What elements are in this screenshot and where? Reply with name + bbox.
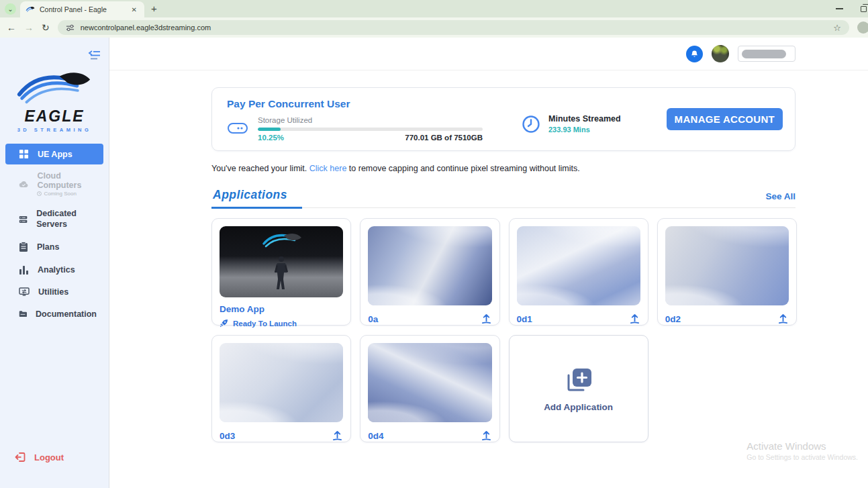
reload-button[interactable]: ↻ <box>42 22 50 33</box>
brand-name: EAGLE <box>13 107 97 126</box>
new-tab-button[interactable]: + <box>151 3 157 14</box>
logout-label: Logout <box>34 452 64 462</box>
app-card-demo[interactable]: Demo App Ready To Launch <box>211 218 351 326</box>
upload-icon[interactable] <box>777 313 789 324</box>
app-card-0d1[interactable]: 0d1 <box>509 218 648 326</box>
apps-grid-icon <box>19 149 29 159</box>
upload-icon[interactable] <box>481 430 492 441</box>
brand-logo: EAGLE 3D STREAMING <box>13 68 97 133</box>
app-thumbnail <box>220 226 343 297</box>
clock-icon <box>522 115 540 134</box>
logout-button[interactable]: Logout <box>0 452 64 462</box>
app-name: 0d2 <box>665 314 681 324</box>
plan-title: Pay Per Concurrent User <box>227 98 483 110</box>
remove-capping-link[interactable]: Click here <box>309 164 347 173</box>
applications-grid: Demo App Ready To Launch 0a <box>211 218 797 442</box>
tab-title: Control Panel - Eagle <box>40 5 130 13</box>
bell-icon <box>690 50 699 58</box>
logout-icon <box>15 452 26 462</box>
limit-notice: You've reached your limit. Click here to… <box>211 164 795 173</box>
sidebar-item-label: Cloud Computers <box>37 171 81 190</box>
storage-usage: 770.01 GB of 7510GB <box>405 134 483 142</box>
app-name: 0d1 <box>517 314 532 324</box>
applications-title: Applications <box>211 188 302 209</box>
sidebar-item-label: Plans <box>37 242 59 252</box>
eagle-favicon <box>26 5 35 13</box>
storage-progress-track <box>258 128 483 131</box>
sidebar: EAGLE 3D STREAMING UE Apps Cloud <box>0 38 109 488</box>
minutes-value: 233.93 Mins <box>548 126 621 134</box>
notifications-button[interactable] <box>686 46 703 62</box>
user-avatar[interactable] <box>712 45 729 62</box>
app-card-0a[interactable]: 0a <box>360 218 499 326</box>
back-button[interactable]: ← <box>7 22 16 33</box>
sidebar-item-analytics[interactable]: Analytics <box>5 259 103 280</box>
eagle-logo-icon <box>15 68 94 107</box>
sidebar-item-cloud-computers[interactable]: Cloud Computers Coming Soon <box>5 166 103 202</box>
character-figure <box>273 256 290 291</box>
site-settings-icon[interactable] <box>66 23 75 32</box>
applications-header: Applications See All <box>211 188 795 208</box>
add-application-card[interactable]: Add Application <box>509 335 648 442</box>
app-card-0d4[interactable]: 0d4 <box>360 335 499 442</box>
sidebar-collapse-icon[interactable] <box>88 50 101 60</box>
add-application-icon <box>563 366 594 395</box>
username-box[interactable] <box>738 46 795 62</box>
billing-card: Pay Per Concurrent User Storage Utilized <box>211 87 795 151</box>
username-redacted <box>742 50 786 58</box>
storage-icon <box>227 121 248 135</box>
folder-icon <box>19 309 27 318</box>
sidebar-item-ue-apps[interactable]: UE Apps <box>5 144 103 164</box>
eagle-swoosh-icon <box>260 232 303 249</box>
upload-icon[interactable] <box>629 313 640 324</box>
bar-chart-icon <box>19 265 29 275</box>
sidebar-item-plans[interactable]: Plans <box>5 236 103 258</box>
app-card-0d2[interactable]: 0d2 <box>657 218 797 326</box>
sidebar-item-dedicated-servers[interactable]: Dedicated Servers <box>5 203 103 235</box>
sidebar-item-documentation[interactable]: Documentation <box>5 303 103 324</box>
monitor-arrows-icon <box>19 287 30 297</box>
clipboard-icon <box>19 242 28 252</box>
app-name: Demo App <box>220 304 343 314</box>
forward-button[interactable]: → <box>24 22 34 33</box>
server-icon <box>19 215 28 224</box>
clock-mini-icon <box>37 191 42 196</box>
browser-chrome: ⌄ Control Panel - Eagle ✕ + ← → ↻ <box>0 0 868 38</box>
window-minimize-button[interactable] <box>836 8 843 9</box>
sidebar-item-label: Dedicated Servers <box>36 209 97 230</box>
app-thumbnail <box>368 226 491 305</box>
app-thumbnail <box>368 343 491 422</box>
tab-close-icon[interactable]: ✕ <box>130 5 139 14</box>
app-name: 0d4 <box>368 431 383 441</box>
minutes-label: Minutes Streamed <box>548 114 621 124</box>
browser-profile-avatar[interactable] <box>857 21 868 34</box>
url-bar[interactable]: newcontrolpanel.eagle3dstreaming.com ☆ <box>58 20 849 35</box>
main-header <box>109 38 868 70</box>
window-restore-button[interactable] <box>861 6 867 12</box>
coming-soon-badge: Coming Soon <box>37 191 97 197</box>
app-status: Ready To Launch <box>220 319 343 328</box>
app-name: 0a <box>368 314 378 324</box>
url-text[interactable]: newcontrolpanel.eagle3dstreaming.com <box>81 23 828 32</box>
upload-icon[interactable] <box>481 313 492 324</box>
manage-account-button[interactable]: MANAGE ACCOUNT <box>667 108 783 130</box>
app-card-0d3[interactable]: 0d3 <box>211 335 351 442</box>
browser-tab[interactable]: Control Panel - Eagle ✕ <box>20 1 144 17</box>
sidebar-item-label: Documentation <box>36 309 97 319</box>
sidebar-item-label: Utilities <box>38 287 68 297</box>
app-thumbnail <box>665 226 789 305</box>
sidebar-item-utilities[interactable]: Utilities <box>5 281 103 302</box>
storage-percent: 10.25% <box>258 134 284 142</box>
tab-search-button[interactable]: ⌄ <box>5 3 16 15</box>
bookmark-star-icon[interactable]: ☆ <box>833 23 841 33</box>
app-name: 0d3 <box>220 431 235 441</box>
main-area: Pay Per Concurrent User Storage Utilized <box>109 38 868 488</box>
sidebar-item-label: UE Apps <box>38 150 73 159</box>
upload-icon[interactable] <box>332 430 343 441</box>
see-all-link[interactable]: See All <box>765 191 795 207</box>
cloud-icon <box>19 180 28 189</box>
sidebar-item-label: Analytics <box>38 265 75 275</box>
add-application-label: Add Application <box>544 402 613 412</box>
browser-toolbar: ← → ↻ newcontrolpanel.eagle3dstreaming.c… <box>0 17 868 38</box>
activate-windows-watermark: Activate Windows Go to Settings to activ… <box>746 440 858 461</box>
